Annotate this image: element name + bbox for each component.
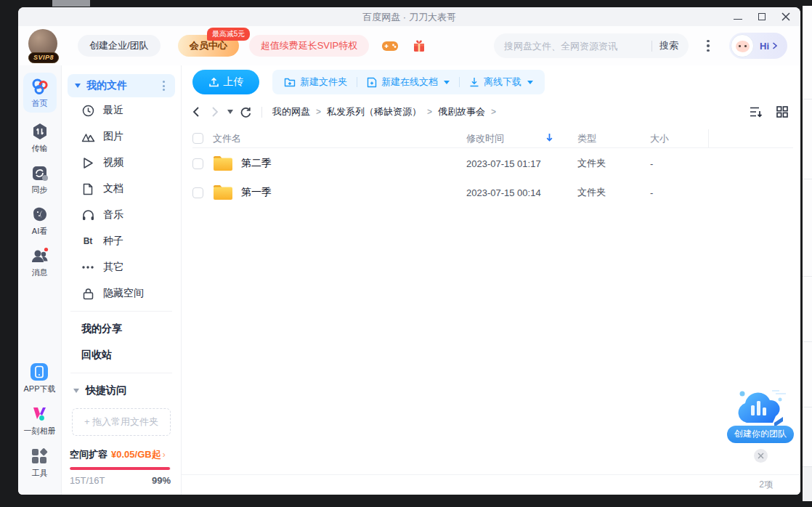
photo-album-icon [30,405,49,423]
storage-usage: 15T/16T [70,475,105,486]
sidebar-item-torrents[interactable]: Bt 种子 [68,228,175,254]
nav-item-messages[interactable]: 消息 [31,246,49,278]
sidebar-item-recycle-bin[interactable]: 回收站 [68,342,175,368]
more-menu-button[interactable] [697,35,719,57]
column-header-size[interactable]: 大小 [641,129,708,147]
search-input[interactable] [504,41,644,52]
nav-item-ai-view[interactable]: AI看 [31,205,49,237]
new-folder-icon [284,77,296,87]
my-files-menu-button[interactable] [160,78,168,94]
download-icon [469,77,479,87]
file-list: 第二季 2023-07-15 01:17 文件夹 - 第一季 2023-07-1… [192,149,793,207]
messages-icon [31,246,49,265]
widget-close-button[interactable] [754,449,768,463]
bt-icon: Bt [81,234,95,248]
row-checkbox[interactable] [192,158,203,169]
team-cloud-icon [732,385,789,430]
collapse-arrow-icon [75,84,81,88]
game-icon[interactable] [381,36,399,55]
assistant-entry[interactable]: Hi [729,33,787,59]
file-sidebar: 我的文件 最近 图片 视频 文档 音乐 [62,65,182,495]
sidebar-item-documents[interactable]: 文档 [68,176,175,202]
divider [261,107,262,118]
file-row[interactable]: 第二季 2023-07-15 01:17 文件夹 - [192,149,793,178]
upload-button[interactable]: 上传 [192,70,259,94]
breadcrumb-root[interactable]: 我的网盘 [272,105,310,118]
document-icon [81,182,95,196]
nav-item-transfer[interactable]: 传输 [31,122,49,154]
sidebar-item-videos[interactable]: 视频 [68,150,175,176]
minimize-button[interactable] [733,12,742,22]
new-folder-button[interactable]: 新建文件夹 [284,76,347,89]
nav-item-app-download[interactable]: APP下载 [23,362,55,394]
chevron-right-icon [772,42,777,49]
column-header-type[interactable]: 类型 [569,129,641,147]
sort-list-button[interactable] [748,104,764,120]
upload-icon [208,77,219,88]
storage-percent: 99% [152,475,171,486]
refresh-button[interactable] [240,107,251,118]
create-enterprise-button[interactable]: 创建企业/团队 [78,35,161,57]
sort-desc-icon[interactable] [546,133,553,144]
close-button[interactable] [781,12,790,22]
column-header-name[interactable]: 文件名 [213,132,241,145]
gift-icon[interactable] [410,36,429,55]
transfer-icon [31,122,49,141]
drop-folder-zone[interactable]: + 拖入常用文件夹 [72,408,171,436]
nav-item-tools[interactable]: 工具 [30,447,49,479]
sidebar-item-my-files[interactable]: 我的文件 [68,74,175,97]
divider [70,311,172,312]
background-window-strip [803,6,812,501]
nav-item-photo-album[interactable]: 一刻相册 [23,405,55,437]
file-row[interactable]: 第一季 2023-07-15 00:14 文件夹 - [192,178,793,207]
search-divider [651,41,652,52]
file-toolbar: 上传 新建文件夹 新建在线文档 离 [192,70,545,94]
app-download-icon [30,362,49,381]
breadcrumb-level-2[interactable]: 俄剧故事会 [438,105,485,118]
dropdown-arrow-icon [444,81,450,84]
window-title: 百度网盘 · 刀刀大表哥 [18,11,800,24]
maximize-button[interactable] [757,12,766,22]
grid-view-button[interactable] [774,104,790,120]
search-button[interactable]: 搜索 [659,39,678,52]
assistant-avatar-icon [731,34,754,57]
tools-icon [30,447,49,466]
breadcrumb-bar: 我的网盘 > 私发系列（稀缺资源） > 俄剧故事会 > [192,102,790,122]
nav-item-sync[interactable]: 同步 [31,163,49,195]
new-online-doc-button[interactable]: 新建在线文档 [367,76,450,89]
sidebar-item-pictures[interactable]: 图片 [68,123,175,150]
breadcrumb-level-1[interactable]: 私发系列（稀缺资源） [327,105,421,118]
sidebar-item-quick-access[interactable]: 快捷访问 [68,378,175,404]
breadcrumb-separator: > [316,107,321,117]
file-table-header: 文件名 修改时间 类型 大小 [192,129,793,148]
sidebar-item-hidden-space[interactable]: 隐藏空间 [68,280,175,307]
play-icon [81,155,95,170]
sync-icon [31,163,49,182]
user-avatar[interactable]: SVIP8 [28,29,59,62]
history-dropdown-button[interactable] [227,110,233,114]
select-all-checkbox[interactable] [192,133,203,144]
sidebar-item-my-shares[interactable]: 我的分享 [68,316,175,342]
divider [70,373,172,373]
folder-icon [213,155,232,171]
nav-item-home[interactable]: 首页 [23,73,57,113]
background-window-fragment [52,0,90,7]
image-icon [81,129,95,144]
create-team-button[interactable]: 创建你的团队 [727,426,794,443]
offline-download-button[interactable]: 离线下载 [469,76,533,89]
storage-expand-link[interactable]: 空间扩容 ¥0.05/GB起 › [70,448,171,461]
sidebar-item-recent[interactable]: 最近 [68,97,175,123]
minimize-icon [734,15,742,20]
back-button[interactable] [192,107,199,117]
forward-button[interactable] [212,107,219,117]
row-checkbox[interactable] [192,187,203,198]
app-header: SVIP8 创建企业/团队 会员中心 最高减5元 超值续费延长SVIP特权 搜索… [18,26,800,65]
ai-view-icon [31,205,49,224]
action-group: 新建文件夹 新建在线文档 离线下载 [272,70,545,94]
dropdown-arrow-icon [527,81,533,84]
sidebar-item-others[interactable]: 其它 [68,254,175,280]
svip-promo-button[interactable]: 超值续费延长SVIP特权 [249,35,370,57]
column-header-time[interactable]: 修改时间 [466,132,504,145]
search-bar: 搜索 [494,33,689,58]
sidebar-item-music[interactable]: 音乐 [68,202,175,228]
